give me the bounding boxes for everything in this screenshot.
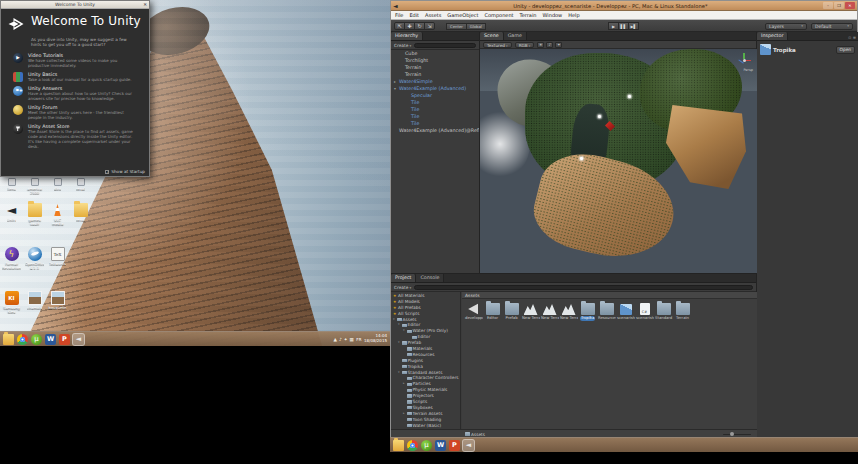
hierarchy-item-water4simple[interactable]: ▸Water4Simple — [391, 78, 479, 85]
tab-console[interactable]: Console — [416, 274, 444, 282]
menu-terrain[interactable]: Terrain — [520, 12, 537, 18]
audio-toggle-icon[interactable]: ♪ — [546, 42, 553, 48]
asset-scenariste[interactable]: scenariste — [635, 303, 654, 321]
unity-asset-store[interactable]: Unity Asset StoreThe Asset Store is the … — [13, 124, 144, 150]
hierarchy-item-terrain[interactable]: Terrain — [391, 64, 479, 71]
asset-terrain[interactable]: Terrain — [673, 303, 692, 321]
hierarchy-item-torchlight[interactable]: Torchlight — [391, 57, 479, 64]
desktop-icon-regal[interactable]: regal — [71, 203, 90, 227]
hierarchy-item-specular[interactable]: Specular — [391, 92, 479, 99]
unity-answers[interactable]: Unity AnswersHave a question about how t… — [13, 86, 144, 102]
asset-scenariste[interactable]: scenariste — [616, 303, 635, 321]
unity-titlebar[interactable]: ◄ Unity - developpez_scenariste - Develo… — [391, 1, 857, 11]
hierarchy-item-water4example-advanced[interactable]: ▾Water4Example (Advanced) — [391, 85, 479, 92]
hierarchy-item-water4example-advanced-reflectionscenecamera[interactable]: Water4Example (Advanced)@ReflectionScene… — [391, 127, 479, 134]
desktop-icon-liens[interactable]: liens — [2, 178, 21, 195]
menu-assets[interactable]: Assets — [425, 12, 441, 18]
maximize-icon[interactable]: ❐ — [834, 2, 844, 9]
menu-component[interactable]: Component — [485, 12, 514, 18]
hierarchy-item-tile[interactable]: Tile — [391, 106, 479, 113]
desktop-icon-samsung-kies[interactable]: Samsung Kies — [2, 291, 21, 314]
video-tutorials-text: Video TutorialsWe have collected some vi… — [28, 53, 134, 69]
taskbar-app-word[interactable] — [435, 440, 446, 451]
search-input[interactable] — [414, 43, 476, 48]
asset-new-terrain-2[interactable]: New Terrain 2 — [559, 303, 578, 321]
video-tutorials[interactable]: Video TutorialsWe have collected some vi… — [13, 53, 144, 69]
scene-panel: Scene Game Textured RGB ☀♪✦ — [480, 32, 757, 273]
step-button[interactable]: ▶▌ — [628, 22, 639, 30]
taskbar-app-unity[interactable] — [463, 440, 474, 451]
icon-doc — [8, 178, 16, 186]
desktop-icon-dico[interactable]: dico — [48, 178, 67, 195]
search-input[interactable] — [414, 285, 753, 290]
scene-viewport[interactable]: Persp — [480, 49, 757, 273]
menu-window[interactable]: Window — [542, 12, 562, 18]
tab-hierarchy[interactable]: Hierarchy — [391, 32, 423, 40]
asset-developpez[interactable]: developpez — [464, 303, 483, 321]
desktop-icon-bouquetin[interactable]: bouquetin — [48, 291, 67, 314]
window-controls: – ❐ ✕ — [823, 2, 855, 9]
menu-file[interactable]: File — [395, 12, 403, 18]
hierarchy-item-tile[interactable]: Tile — [391, 113, 479, 120]
close-icon[interactable]: ✕ — [845, 2, 855, 9]
hierarchy-item-tile[interactable]: Tile — [391, 120, 479, 127]
asset-prefab[interactable]: Prefab — [502, 303, 521, 321]
tab-project[interactable]: Project — [391, 274, 416, 282]
taskbar-app-chrome[interactable] — [407, 440, 418, 451]
desktop-icon-vlc-media-player[interactable]: VLC media player — [48, 203, 67, 227]
breadcrumb-label: Assets — [471, 432, 485, 437]
show-at-startup-checkbox[interactable]: Show at Startup — [105, 169, 145, 174]
slider-knob[interactable] — [730, 432, 734, 436]
lighting-toggle-icon[interactable]: ☀ — [537, 42, 544, 48]
layers-dropdown[interactable]: Layers — [765, 23, 807, 30]
thumbnail-size-slider[interactable] — [723, 432, 751, 436]
tree-item-water-basic[interactable]: Water (Basic) — [391, 423, 460, 429]
desktop-icon-unity[interactable]: Unity — [2, 203, 21, 227]
desktop-icon-regal[interactable]: regal — [71, 178, 90, 195]
desktop-icon-games-vault[interactable]: games vault — [25, 203, 44, 227]
close-icon[interactable]: ✕ — [143, 1, 147, 9]
asset-standard-as[interactable]: Standard As — [654, 303, 673, 321]
taskbar-app-explorer[interactable] — [393, 440, 404, 451]
shading-dropdown[interactable]: Textured — [483, 42, 512, 48]
layout-dropdown[interactable]: Default — [811, 23, 853, 30]
hierarchy-item-terrain[interactable]: Terrain — [391, 71, 479, 78]
hierarchy-item-cube[interactable]: Cube — [391, 50, 479, 57]
hierarchy-item-tile[interactable]: Tile — [391, 99, 479, 106]
open-button[interactable]: Open — [836, 46, 855, 54]
checkbox-icon[interactable] — [105, 170, 109, 174]
inspector-lock-icon[interactable]: ⊙ ≡ — [848, 35, 858, 40]
tab-scene[interactable]: Scene — [480, 32, 504, 40]
unity-basics[interactable]: Unity BasicsTake a look at our manual fo… — [13, 72, 144, 83]
menu-gameobject[interactable]: GameObject — [447, 12, 478, 18]
desktop-icon-openoffice-4-1-1[interactable]: OpenOffice 4.1.1 — [25, 247, 44, 270]
minimize-icon[interactable]: – — [823, 2, 833, 9]
asset-new-terrain[interactable]: New Terrain — [521, 303, 540, 321]
taskbar-app-ppt[interactable] — [449, 440, 460, 451]
menu-edit[interactable]: Edit — [409, 12, 419, 18]
asset-resources[interactable]: Resources — [597, 303, 616, 321]
asset-new-terrain-1[interactable]: New Terrain 1 — [540, 303, 559, 321]
breadcrumb[interactable]: Assets — [465, 432, 485, 437]
create-button[interactable]: Create — [394, 43, 411, 48]
gizmo-perspective-label[interactable]: Persp — [743, 68, 753, 72]
create-button[interactable]: Create — [394, 285, 411, 290]
menu-help[interactable]: Help — [568, 12, 579, 18]
asset-editor[interactable]: Editor — [483, 303, 502, 321]
desktop-icon-america-2500[interactable]: america 2500 — [25, 178, 44, 195]
channel-dropdown[interactable]: RGB — [515, 42, 535, 48]
desktop-icon-format-revolution[interactable]: Format Revolution — [2, 247, 21, 270]
taskbar-app-utorrent[interactable] — [421, 440, 432, 451]
space-toggle[interactable]: Global — [466, 23, 486, 30]
scale-tool-icon[interactable]: ⇲ — [424, 22, 435, 30]
unity-forum[interactable]: Unity ForumMeet the other Unity users he… — [13, 105, 144, 121]
scene-orientation-gizmo[interactable] — [736, 52, 752, 68]
desktop-icon-chamois[interactable]: chamois — [25, 291, 44, 314]
desktop-icon-texworks[interactable]: TeXworks — [48, 247, 67, 270]
tab-inspector[interactable]: Inspector — [757, 32, 788, 40]
effects-toggle-icon[interactable]: ✦ — [555, 42, 562, 48]
pivot-toggle[interactable]: Center — [446, 23, 467, 30]
tab-game[interactable]: Game — [504, 32, 527, 40]
welcome-dialog-titlebar[interactable]: Welcome To Unity ✕ — [1, 1, 149, 9]
asset-tropika[interactable]: Tropika — [578, 303, 597, 321]
